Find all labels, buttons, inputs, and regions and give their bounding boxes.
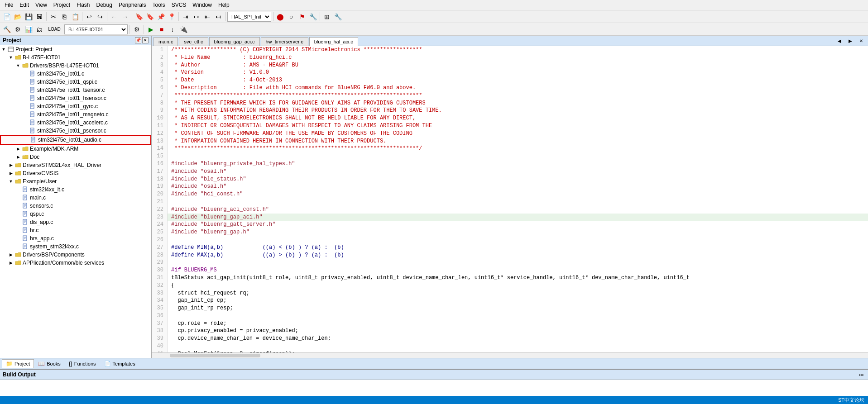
tree-expand-icon[interactable]: ▼ [0,46,7,53]
tree-expand-icon[interactable] [22,103,29,110]
line-content[interactable] [168,312,868,320]
tree-item-2[interactable]: ▼B-L475E-IOT01 [0,53,151,62]
build1-btn[interactable]: 🔨 [2,24,12,34]
line-content[interactable]: #if BLUENRG_MS [168,266,868,274]
bookmark1-btn[interactable]: 🔖 [134,12,144,22]
build5-btn[interactable]: LOAD [45,24,63,34]
tree-item-17[interactable]: ▼Example/User [0,177,151,185]
line-content[interactable]: * Version : V1.0.0 [168,69,868,76]
save-all-btn[interactable]: 🖫 [34,12,44,22]
settings-btn[interactable]: 🔧 [333,12,343,22]
tree-expand-icon[interactable] [22,78,29,86]
bottom-tab-templates[interactable]: 📄Templates [100,359,139,368]
line-content[interactable]: * File Name : bluenrg_hci.c [168,54,868,62]
tree-item-11[interactable]: stm32l475e_iot01_psensor.c [0,127,151,135]
line-content[interactable]: cp.role = role; [168,320,868,328]
menu-view[interactable]: View [33,1,50,9]
line-content[interactable]: tBleStatus aci_gap_init(uint8_t role, ui… [168,274,868,282]
line-content[interactable]: #include "osal.h" [168,168,868,176]
menu-flash[interactable]: Flash [74,1,92,9]
bottom-tab-functions[interactable]: {}Functions [65,359,100,368]
tab-close-all[interactable]: ✕ [856,36,866,46]
tree-item-7[interactable]: stm32l475e_iot01_hsensor.c [0,94,151,102]
line-content[interactable]: #include "bluenrg_gap_aci.h" [168,214,868,221]
new-btn[interactable]: 📄 [2,12,12,22]
tree-expand-icon[interactable]: ▶ [14,145,22,152]
tree-item-23[interactable]: hr.c [0,226,151,234]
build4-btn[interactable]: 🗂 [34,24,44,34]
bookmark3-btn[interactable]: 📌 [156,12,166,22]
tree-item-4[interactable]: stm32l475e_iot01.c [0,70,151,78]
menu-edit[interactable]: Edit [17,1,32,9]
indent2-btn[interactable]: ↦ [192,12,201,22]
tab-bluenrg_gap_aci-c[interactable]: bluenrg_gap_aci.c [209,37,260,46]
panel-close-btn[interactable]: ✕ [142,37,149,43]
tree-item-26[interactable]: ▶Drivers/BSP/Components [0,251,151,259]
line-content[interactable]: * Description : File with HCI commands f… [168,84,868,92]
run-btn[interactable]: ▶ [146,24,156,34]
tree-expand-icon[interactable] [14,210,22,218]
tree-item-24[interactable]: hrs_app.c [0,234,151,242]
build-output-btn1[interactable]: ▪▪▪ [857,371,865,379]
tree-expand-icon[interactable] [23,136,30,143]
line-content[interactable]: #include "bluenrg_gatt_server.h" [168,221,868,228]
menu-peripherals[interactable]: Peripherals [116,1,149,9]
line-content[interactable] [168,152,868,160]
config-btn[interactable]: ⚙ [132,24,142,34]
bottom-tab-books[interactable]: 📖Books [34,359,65,368]
tab-hw_timerserver-c[interactable]: hw_timerserver.c [261,37,308,46]
undo-btn[interactable]: ↩ [84,12,94,22]
tree-expand-icon[interactable]: ▶ [7,259,14,266]
target-dropdown[interactable]: B-L475E-IOT01 [64,24,128,34]
line-content[interactable] [168,198,868,206]
tree-expand-icon[interactable]: ▼ [14,62,22,69]
line-content[interactable] [168,259,868,266]
line-content[interactable] [168,236,868,244]
debug2-btn[interactable]: ○ [286,12,296,22]
tree-expand-icon[interactable] [14,194,22,201]
debug3-btn[interactable]: ⚑ [297,12,307,22]
copy-btn[interactable]: ⎘ [59,12,69,22]
tree-item-21[interactable]: qspi.c [0,210,151,218]
back-btn[interactable]: ← [109,12,119,22]
bookmark2-btn[interactable]: 🔖 [145,12,155,22]
tab-scroll-right[interactable]: ▶ [845,36,855,46]
indent4-btn[interactable]: ↤ [213,12,223,22]
line-content[interactable]: * THE PRESENT FIRMWARE WHICH IS FOR GUID… [168,100,868,107]
code-editor[interactable]: 1/******************* (C) COPYRIGHT 2014… [152,46,868,352]
line-content[interactable]: #include "osal.h" [168,183,868,190]
save-btn[interactable]: 💾 [24,12,34,22]
paste-btn[interactable]: 📋 [70,12,80,22]
debug1-btn[interactable]: ⬤ [275,12,285,22]
tree-expand-icon[interactable] [22,119,29,126]
tree-expand-icon[interactable]: ▼ [7,178,14,185]
tree-item-19[interactable]: main.c [0,194,151,202]
tree-expand-icon[interactable] [22,111,29,118]
tree-expand-icon[interactable]: ▶ [7,162,14,169]
redo-btn[interactable]: ↪ [95,12,105,22]
line-content[interactable]: struct hci_request rq; [168,290,868,297]
open-btn[interactable]: 📂 [13,12,23,22]
tree-item-5[interactable]: stm32l475e_iot01_qspi.c [0,78,151,86]
line-content[interactable]: #include "bluenrg_gap.h" [168,228,868,236]
tree-item-1[interactable]: ▼Project: Project [0,45,151,53]
tree-item-3[interactable]: ▼Drivers/BSP/B-L475E-IOT01 [0,62,151,70]
tree-item-22[interactable]: dis_app.c [0,218,151,226]
line-content[interactable]: #include "hci_const.h" [168,190,868,198]
tab-scroll-left[interactable]: ◀ [834,36,844,46]
build3-btn[interactable]: 📊 [24,24,34,34]
panel-pin-btn[interactable]: 📌 [135,37,141,43]
window-btn[interactable]: ⊞ [322,12,332,22]
debug4-btn[interactable]: 🔧 [308,12,318,22]
tree-expand-icon[interactable] [14,227,22,234]
bookmark4-btn[interactable]: 📍 [167,12,177,22]
step-btn[interactable]: ↓ [168,24,177,34]
tree-expand-icon[interactable]: ▶ [14,153,22,161]
tree-item-25[interactable]: system_stm32l4xx.c [0,242,151,251]
indent1-btn[interactable]: ⇥ [181,12,191,22]
menu-help[interactable]: Help [216,1,232,9]
menu-file[interactable]: File [2,1,16,9]
line-content[interactable]: ****************************************… [168,145,868,152]
line-content[interactable]: cp.device_name_char_len = device_name_ch… [168,335,868,342]
tree-item-10[interactable]: stm32l475e_iot01_accelero.c [0,119,151,127]
